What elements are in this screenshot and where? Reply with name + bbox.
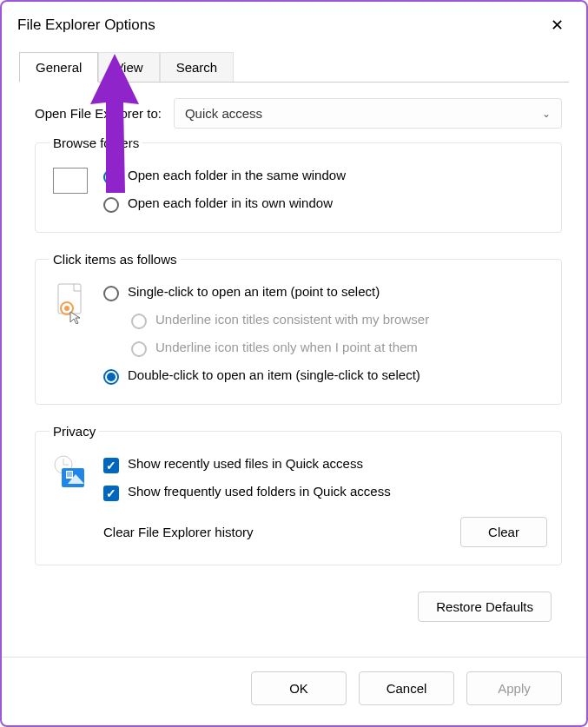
click-items-icon [50,279,91,324]
radio-label: Open each folder in its own window [128,195,333,210]
radio-same-window[interactable]: Open each folder in the same window [103,162,547,190]
radio-icon [103,197,119,213]
radio-icon [103,369,119,385]
checkbox-frequent-folders[interactable]: ✓ Show frequently used folders in Quick … [103,479,547,506]
radio-icon [131,341,147,357]
radio-label: Underline icon titles only when I point … [155,340,418,354]
radio-underline-browser: Underline icon titles consistent with my… [103,307,547,334]
radio-icon [103,169,119,185]
checkbox-label: Show frequently used folders in Quick ac… [128,484,391,499]
radio-label: Underline icon titles consistent with my… [155,312,429,327]
tab-general[interactable]: General [19,52,98,83]
browse-folders-legend: Browse folders [50,135,142,150]
open-to-select[interactable]: Quick access ⌄ [174,98,562,129]
svg-point-2 [64,306,69,311]
privacy-icon [50,451,91,492]
clear-history-label: Clear File Explorer history [103,525,254,539]
ok-button[interactable]: OK [251,671,347,705]
checkbox-recent-files[interactable]: ✓ Show recently used files in Quick acce… [103,451,547,479]
click-items-legend: Click items as follows [50,252,181,267]
tab-search[interactable]: Search [160,52,235,83]
titlebar: File Explorer Options ✕ [2,2,586,45]
open-to-label: Open File Explorer to: [35,106,162,121]
radio-label: Open each folder in the same window [128,168,346,182]
clear-button[interactable]: Clear [460,517,547,547]
radio-label: Single-click to open an item (point to s… [128,284,380,299]
radio-double-click[interactable]: Double-click to open an item (single-cli… [103,362,547,390]
open-to-row: Open File Explorer to: Quick access ⌄ [35,98,562,129]
cancel-button[interactable]: Cancel [359,671,454,705]
checkbox-icon: ✓ [103,486,119,501]
checkbox-icon: ✓ [103,458,119,473]
tab-panel-general: Open File Explorer to: Quick access ⌄ Br… [2,83,586,641]
radio-underline-point: Underline icon titles only when I point … [103,334,547,362]
radio-own-window[interactable]: Open each folder in its own window [103,190,547,218]
privacy-group: Privacy ✓ Show recently used [35,424,562,565]
chevron-down-icon: ⌄ [542,108,551,120]
close-icon[interactable]: ✕ [544,12,571,38]
window-title: File Explorer Options [17,17,155,34]
open-to-selected: Quick access [185,106,262,121]
dialog-buttons: OK Cancel Apply [2,658,586,719]
apply-button: Apply [466,671,562,705]
checkbox-label: Show recently used files in Quick access [128,456,363,471]
radio-single-click[interactable]: Single-click to open an item (point to s… [103,279,547,307]
tab-divider [19,82,569,83]
tab-strip: General View Search [2,45,586,83]
radio-label: Double-click to open an item (single-cli… [128,367,420,382]
radio-icon [131,314,147,329]
privacy-legend: Privacy [50,424,99,439]
browse-folders-group: Browse folders Open each folder in the s… [35,135,562,233]
radio-icon [103,286,119,301]
browse-folders-icon [50,162,91,194]
tab-view[interactable]: View [98,52,159,83]
restore-defaults-button[interactable]: Restore Defaults [418,592,552,622]
click-items-group: Click items as follows Single-click to o… [35,252,562,405]
